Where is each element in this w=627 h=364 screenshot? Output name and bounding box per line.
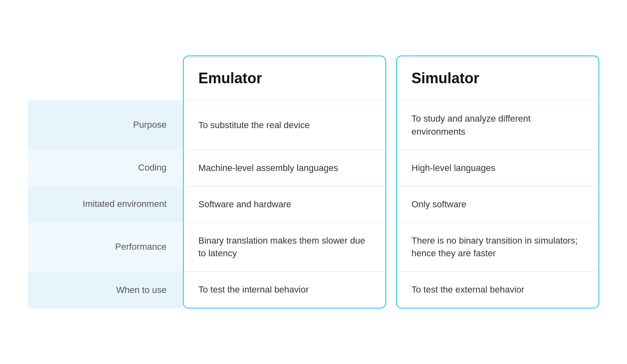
purpose-row: Purpose To substitute the real device To…: [28, 100, 599, 150]
emulator-header-text: Emulator: [198, 68, 262, 89]
purpose-emulator-value: To substitute the real device: [198, 119, 310, 132]
performance-label: Performance: [28, 222, 183, 272]
coding-label-text: Coding: [138, 162, 167, 173]
when-label: When to use: [28, 271, 183, 309]
performance-simulator-value: There is no binary transition in simulat…: [411, 234, 584, 260]
performance-label-text: Performance: [115, 242, 167, 252]
header-row: Emulator Simulator: [28, 55, 599, 100]
imitated-label-text: Imitated environment: [83, 199, 167, 209]
coding-simulator-value: High-level languages: [411, 162, 495, 175]
coding-emulator-value: Machine-level assembly languages: [198, 162, 338, 175]
when-simulator-cell: To test the external behavior: [396, 271, 599, 309]
performance-emulator-value: Binary translation makes them slower due…: [198, 234, 371, 260]
purpose-simulator-value: To study and analyze different environme…: [411, 112, 584, 138]
imitated-row: Imitated environment Software and hardwa…: [28, 186, 599, 222]
performance-simulator-cell: There is no binary transition in simulat…: [396, 222, 599, 272]
when-emulator-cell: To test the internal behavior: [183, 271, 386, 309]
coding-emulator-cell: Machine-level assembly languages: [183, 150, 386, 186]
imitated-emulator-value: Software and hardware: [198, 198, 291, 211]
when-label-text: When to use: [116, 285, 167, 295]
when-row: When to use To test the internal behavio…: [28, 271, 599, 309]
simulator-header: Simulator: [396, 55, 599, 100]
purpose-label-text: Purpose: [133, 120, 167, 130]
when-simulator-value: To test the external behavior: [411, 283, 524, 296]
header-label-empty: [28, 55, 183, 100]
coding-row: Coding Machine-level assembly languages …: [28, 150, 599, 186]
imitated-label: Imitated environment: [28, 186, 183, 222]
simulator-header-text: Simulator: [411, 68, 479, 89]
coding-simulator-cell: High-level languages: [396, 150, 599, 186]
performance-emulator-cell: Binary translation makes them slower due…: [183, 222, 386, 272]
purpose-simulator-cell: To study and analyze different environme…: [396, 100, 599, 150]
comparison-table: Emulator Simulator Purpose To substitute…: [28, 55, 599, 309]
imitated-simulator-value: Only software: [411, 198, 467, 211]
performance-row: Performance Binary translation makes the…: [28, 222, 599, 272]
imitated-simulator-cell: Only software: [396, 186, 599, 222]
when-emulator-value: To test the internal behavior: [198, 283, 309, 296]
purpose-label: Purpose: [28, 100, 183, 150]
imitated-emulator-cell: Software and hardware: [183, 186, 386, 222]
coding-label: Coding: [28, 150, 183, 186]
emulator-header: Emulator: [183, 55, 386, 100]
purpose-emulator-cell: To substitute the real device: [183, 100, 386, 150]
